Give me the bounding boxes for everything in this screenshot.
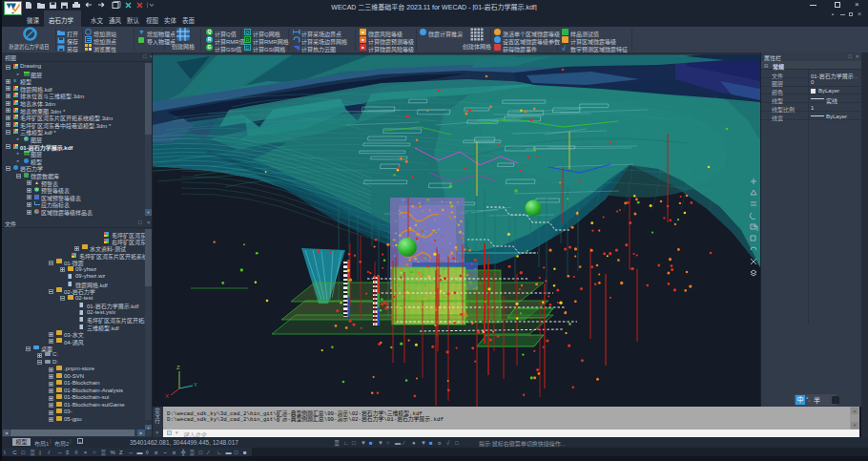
svg-text:X: X <box>165 393 169 399</box>
svg-text:Z: Z <box>176 365 180 370</box>
svg-text:Y: Y <box>194 382 197 388</box>
